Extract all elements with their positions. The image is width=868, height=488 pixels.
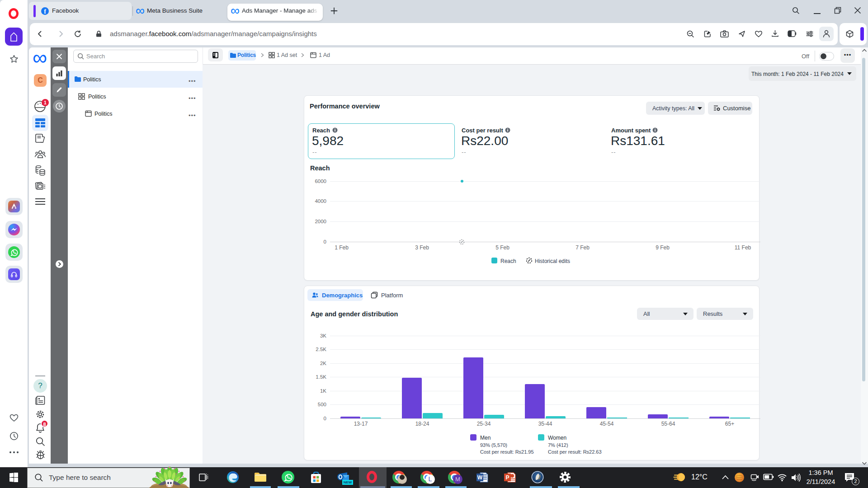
svg-text:P: P — [505, 474, 509, 481]
svg-text:W: W — [477, 474, 483, 481]
